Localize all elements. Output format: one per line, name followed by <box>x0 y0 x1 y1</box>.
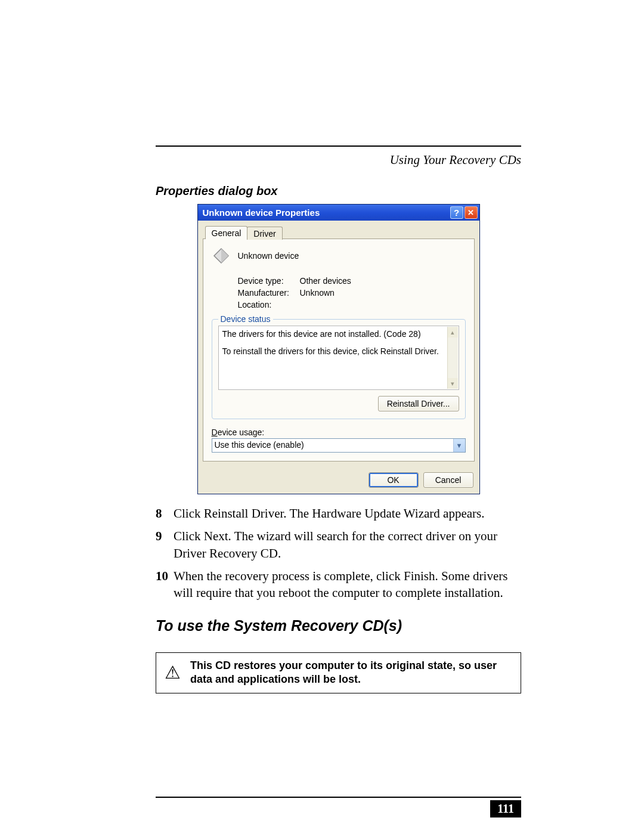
tab-general[interactable]: General <box>205 226 248 239</box>
step-text: Click Reinstall Driver. The Hardware Upd… <box>174 505 521 522</box>
manufacturer-value: Unknown <box>300 288 335 298</box>
help-button[interactable] <box>450 206 463 219</box>
svg-marker-1 <box>221 249 228 263</box>
reinstall-driver-button[interactable]: Reinstall Driver... <box>378 396 459 411</box>
location-label: Location: <box>238 300 300 309</box>
status-line-1: The drivers for this device are not inst… <box>222 329 445 340</box>
warning-text: This CD restores your computer to its or… <box>190 659 512 687</box>
device-status-text: The drivers for this device are not inst… <box>218 326 459 390</box>
device-type-value: Other devices <box>300 276 351 286</box>
close-button[interactable] <box>465 206 478 219</box>
properties-dialog: Unknown device Properties General Driver <box>197 204 480 494</box>
manufacturer-label: Manufacturer: <box>238 288 300 298</box>
ok-button[interactable]: OK <box>369 472 419 488</box>
scroll-up-icon[interactable]: ▴ <box>448 327 458 337</box>
page-number: 111 <box>490 800 521 817</box>
dialog-title: Unknown device Properties <box>203 208 449 218</box>
section-heading: To use the System Recovery CD(s) <box>156 617 521 634</box>
scrollbar[interactable]: ▴ ▾ <box>447 327 458 389</box>
device-name: Unknown device <box>238 251 299 261</box>
status-line-2: To reinstall the drivers for this device… <box>222 346 445 357</box>
device-status-legend: Device status <box>218 314 273 324</box>
device-usage-combo[interactable]: Use this device (enable) ▼ <box>212 438 466 453</box>
chevron-down-icon[interactable]: ▼ <box>453 439 465 452</box>
step-number: 9 <box>156 528 174 562</box>
step-text: When the recovery process is complete, c… <box>174 568 521 602</box>
running-head: Using Your Recovery CDs <box>156 153 521 168</box>
warning-box: ⚠ This CD restores your computer to its … <box>156 652 521 693</box>
device-icon <box>212 246 231 265</box>
device-type-label: Device type: <box>238 276 300 286</box>
step-number: 8 <box>156 505 174 522</box>
device-usage-label: Device usage: <box>212 428 466 437</box>
warning-icon: ⚠ <box>165 664 181 682</box>
scroll-down-icon[interactable]: ▾ <box>448 378 458 389</box>
step-text: Click Next. The wizard will search for t… <box>174 528 521 562</box>
device-status-group: Device status The drivers for this devic… <box>212 319 466 419</box>
step-number: 10 <box>156 568 174 602</box>
device-usage-value: Use this device (enable) <box>212 438 466 453</box>
figure-caption: Properties dialog box <box>156 184 521 198</box>
tab-driver[interactable]: Driver <box>247 227 282 240</box>
cancel-button[interactable]: Cancel <box>423 472 473 488</box>
tab-panel-general: Unknown device Device type: Other device… <box>203 239 475 462</box>
dialog-titlebar[interactable]: Unknown device Properties <box>198 205 479 221</box>
